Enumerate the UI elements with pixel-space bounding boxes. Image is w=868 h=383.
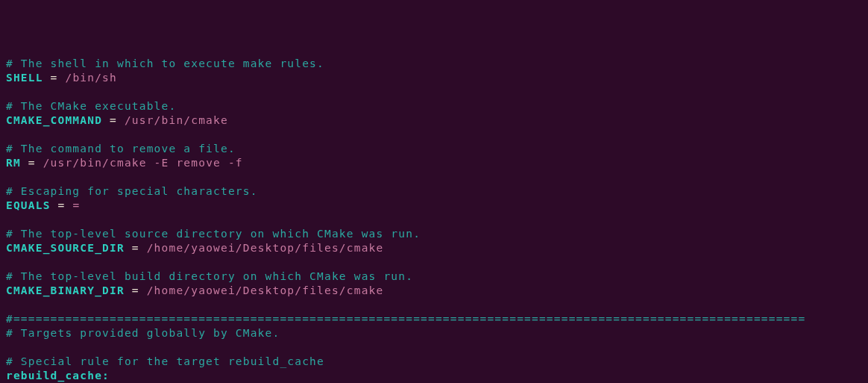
comment-line: # The CMake executable. [6, 100, 176, 112]
assign-op: = [102, 114, 125, 126]
variable-name: CMAKE_BINARY_DIR [6, 284, 125, 296]
comment-line: # The top-level build directory on which… [6, 270, 413, 282]
comment-line: # The shell in which to execute make rul… [6, 57, 324, 69]
variable-name: CMAKE_SOURCE_DIR [6, 242, 125, 254]
variable-value: = [72, 199, 80, 211]
variable-value: /home/yaowei/Desktop/files/cmake [147, 242, 384, 254]
variable-name: EQUALS [6, 199, 51, 211]
assign-op: = [125, 284, 147, 296]
comment-line: # Special rule for the target rebuild_ca… [6, 355, 324, 367]
variable-value: /home/yaowei/Desktop/files/cmake [147, 284, 384, 296]
variable-value: /bin/sh [65, 72, 117, 84]
editor-viewport[interactable]: # The shell in which to execute make rul… [6, 57, 862, 383]
assign-op: = [51, 199, 73, 211]
assign-op: = [125, 242, 147, 254]
comment-line: # The top-level source directory on whic… [6, 228, 421, 240]
separator-line: #=======================================… [6, 313, 805, 325]
make-target: rebuild_cache: [6, 370, 110, 382]
assign-op: = [21, 157, 43, 169]
variable-value: /usr/bin/cmake [125, 114, 228, 126]
variable-value: /usr/bin/cmake -E remove -f [43, 157, 243, 169]
comment-line: # The command to remove a file. [6, 143, 236, 155]
comment-line: # Escaping for special characters. [6, 185, 258, 197]
variable-name: RM [6, 157, 21, 169]
variable-name: SHELL [6, 72, 43, 84]
assign-op: = [43, 72, 66, 84]
variable-name: CMAKE_COMMAND [6, 114, 102, 126]
comment-line: # Targets provided globally by CMake. [6, 327, 280, 339]
